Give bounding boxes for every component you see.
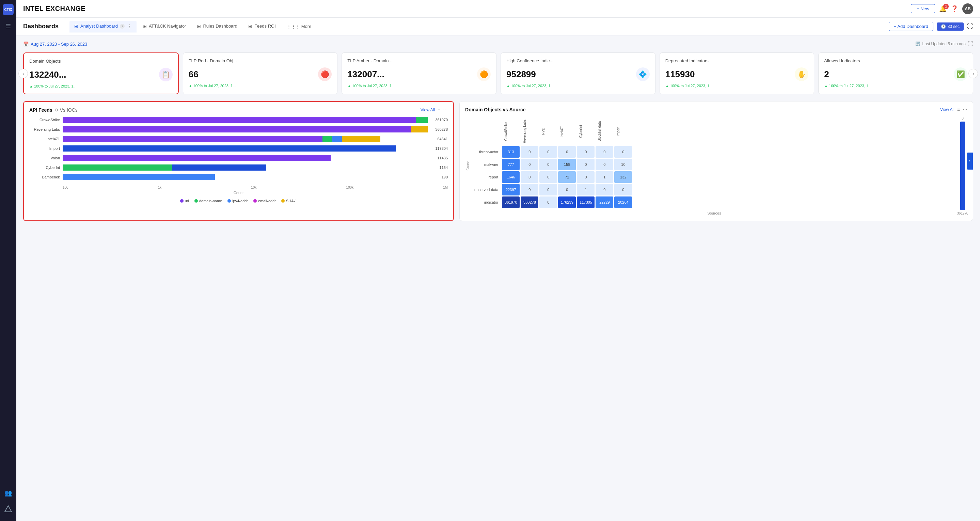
timer-button[interactable]: 🕐 30 sec <box>937 22 964 31</box>
bar-row-6[interactable]: Bambenek190 <box>29 174 448 180</box>
notifications-icon[interactable]: 🔔 2 <box>939 5 947 13</box>
tab-more-icon: ⋮⋮⋮ <box>287 24 300 29</box>
app-logo[interactable]: CTIX <box>3 4 14 15</box>
metric-card-3[interactable]: High Confidence Indic... 952899 💠 ▲ 100%… <box>501 53 655 94</box>
tab-feeds[interactable]: ⊞ Feeds ROI <box>243 21 281 32</box>
heatmap-cell-1-4[interactable]: 0 <box>577 159 595 170</box>
heatmap-cell-3-6[interactable]: 0 <box>614 184 632 196</box>
help-icon[interactable]: ❓ <box>951 5 958 13</box>
bar-label-4: Volon <box>29 156 60 160</box>
heatmap-cell-3-5[interactable]: 0 <box>595 184 613 196</box>
sidebar-users-icon[interactable]: 👥 <box>2 487 14 499</box>
heatmap-cell-0-1[interactable]: 0 <box>521 146 538 158</box>
bar-chart-view-all[interactable]: View All <box>420 108 435 112</box>
heatmap-cell-3-2[interactable]: 0 <box>539 184 557 196</box>
bar-value-5: 1164 <box>440 166 448 170</box>
heatmap-cell-2-6[interactable]: 132 <box>614 171 632 183</box>
metric-card-2[interactable]: TLP Amber - Domain ... 132007... 🟠 ▲ 100… <box>342 53 496 94</box>
heatmap-col-header-5: Blocklist data <box>595 118 613 145</box>
bar-row-5[interactable]: CyberInt1164 <box>29 164 448 170</box>
metric-card-0[interactable]: Domain Objects 132240... 📋 ▲ 100% to Jul… <box>23 53 179 94</box>
metric-card-4[interactable]: Deprecated Indicators 115930 ✋ ▲ 100% to… <box>660 53 815 94</box>
add-dashboard-button[interactable]: + Add Dashboard <box>889 22 933 31</box>
expand-icon-small[interactable]: ⛶ <box>968 41 973 47</box>
heatmap-cell-0-2[interactable]: 0 <box>539 146 557 158</box>
bar-label-6: Bambenek <box>29 175 60 179</box>
heatmap-view-all[interactable]: View All <box>940 107 955 112</box>
heatmap-cell-0-5[interactable]: 0 <box>595 146 613 158</box>
heatmap-cell-4-1[interactable]: 360278 <box>521 196 538 208</box>
sidebar-cyware-icon[interactable] <box>2 503 14 517</box>
legend-item-3: email-addr <box>253 199 276 203</box>
heatmap-cell-2-1[interactable]: 0 <box>521 171 538 183</box>
sidebar: CTIX ☰ 👥 <box>0 0 16 521</box>
bar-row-2[interactable]: Intel47164641 <box>29 136 448 142</box>
heatmap-cell-4-6[interactable]: 20264 <box>614 196 632 208</box>
heatmap-cell-1-2[interactable]: 0 <box>539 159 557 170</box>
heatmap-cell-1-3[interactable]: 158 <box>558 159 576 170</box>
heatmap-col-header-3: Intel471 <box>558 118 576 145</box>
y-axis-label: Count <box>466 161 470 170</box>
metric-card-5[interactable]: Allowed Indicators 2 ✅ ▲ 100% to Jul 27,… <box>818 53 973 94</box>
heatmap-more-icon[interactable]: ⋯ <box>963 107 967 112</box>
bar-row-0[interactable]: CrowdStrike361970 <box>29 117 448 123</box>
heatmap-actions: View All ≡ ⋯ <box>940 107 967 112</box>
heatmap-cell-1-6[interactable]: 10 <box>614 159 632 170</box>
date-range[interactable]: 📅 Aug 27, 2023 - Sep 26, 2023 <box>23 41 87 47</box>
heatmap-expand-arrow[interactable]: › <box>967 153 973 170</box>
app-title: INTEL EXCHANGE <box>23 5 86 13</box>
legend-label-3: email-addr <box>258 199 276 203</box>
bar-chart-more-icon[interactable]: ⋯ <box>443 107 448 113</box>
heatmap-cell-3-0[interactable]: 22397 <box>502 184 520 196</box>
dashboard-actions: + Add Dashboard 🕐 30 sec ⛶ <box>889 22 973 31</box>
heatmap-cell-3-4[interactable]: 1 <box>577 184 595 196</box>
bar-chart-subtitle: Vs IOCs <box>60 107 78 113</box>
heatmap-cell-2-5[interactable]: 1 <box>595 171 613 183</box>
heatmap-cell-3-3[interactable]: 0 <box>558 184 576 196</box>
heatmap-cell-4-5[interactable]: 22229 <box>595 196 613 208</box>
heatmap-cell-0-0[interactable]: 313 <box>502 146 520 158</box>
heatmap-cell-1-0[interactable]: 777 <box>502 159 520 170</box>
heatmap-cell-0-6[interactable]: 0 <box>614 146 632 158</box>
expand-icon[interactable]: ⛶ <box>967 23 973 30</box>
tab-analyst-dashboard[interactable]: ⊞ Analyst Dashboard ℹ ⋮ <box>70 21 137 32</box>
tab-analyst-options[interactable]: ⋮ <box>127 24 132 29</box>
heatmap-cell-0-3[interactable]: 0 <box>558 146 576 158</box>
heatmap-cell-2-4[interactable]: 0 <box>577 171 595 183</box>
metric-value-row-0: 132240... 📋 <box>29 68 173 81</box>
new-button[interactable]: + New <box>911 4 935 13</box>
heatmap-cell-2-2[interactable]: 0 <box>539 171 557 183</box>
legend-dot-4 <box>281 199 285 202</box>
metrics-prev-arrow[interactable]: ‹ <box>18 69 28 78</box>
tab-attck[interactable]: ⊞ ATT&CK Navigator <box>138 21 191 32</box>
heatmap-cell-1-1[interactable]: 0 <box>521 159 538 170</box>
tab-more[interactable]: ⋮⋮⋮ More <box>282 21 317 32</box>
heatmap-cell-2-3[interactable]: 72 <box>558 171 576 183</box>
last-updated: 🔄 Last Updated 5 min ago ⛶ <box>915 41 973 47</box>
heatmap-cell-3-1[interactable]: 0 <box>521 184 538 196</box>
tab-analyst-info[interactable]: ℹ <box>120 24 125 29</box>
heatmap-cell-4-3[interactable]: 176239 <box>558 196 576 208</box>
heatmap-cell-2-0[interactable]: 1646 <box>502 171 520 183</box>
bar-chart-list-icon[interactable]: ≡ <box>438 107 440 113</box>
user-avatar[interactable]: AB <box>962 3 973 14</box>
heatmap-cell-4-0[interactable]: 361970 <box>502 196 520 208</box>
metric-icon-3: 💠 <box>636 67 650 81</box>
sidebar-menu-icon[interactable]: ☰ <box>3 21 13 32</box>
metric-card-1[interactable]: TLP Red - Domain Obj... 66 🔴 ▲ 100% to J… <box>183 53 338 94</box>
notification-badge: 2 <box>943 4 949 9</box>
tab-rules[interactable]: ⊞ Rules Dashboard <box>192 21 242 32</box>
heatmap-cell-4-4[interactable]: 117305 <box>577 196 595 208</box>
bar-row-4[interactable]: Volon11435 <box>29 155 448 161</box>
bar-label-1: Reversing Labs <box>29 127 60 131</box>
heatmap-sidebar-zero: 0 <box>962 116 964 120</box>
heatmap-cell-4-2[interactable]: 0 <box>539 196 557 208</box>
heatmap-cell-1-5[interactable]: 0 <box>595 159 613 170</box>
metrics-next-arrow[interactable]: › <box>969 69 978 78</box>
metric-title-1: TLP Red - Domain Obj... <box>189 58 332 63</box>
heatmap-list-icon[interactable]: ≡ <box>957 107 960 112</box>
bar-chart-area: CrowdStrike361970Reversing Labs360278Int… <box>29 117 448 183</box>
heatmap-cell-0-4[interactable]: 0 <box>577 146 595 158</box>
bar-row-3[interactable]: Import117304 <box>29 145 448 151</box>
bar-row-1[interactable]: Reversing Labs360278 <box>29 126 448 132</box>
